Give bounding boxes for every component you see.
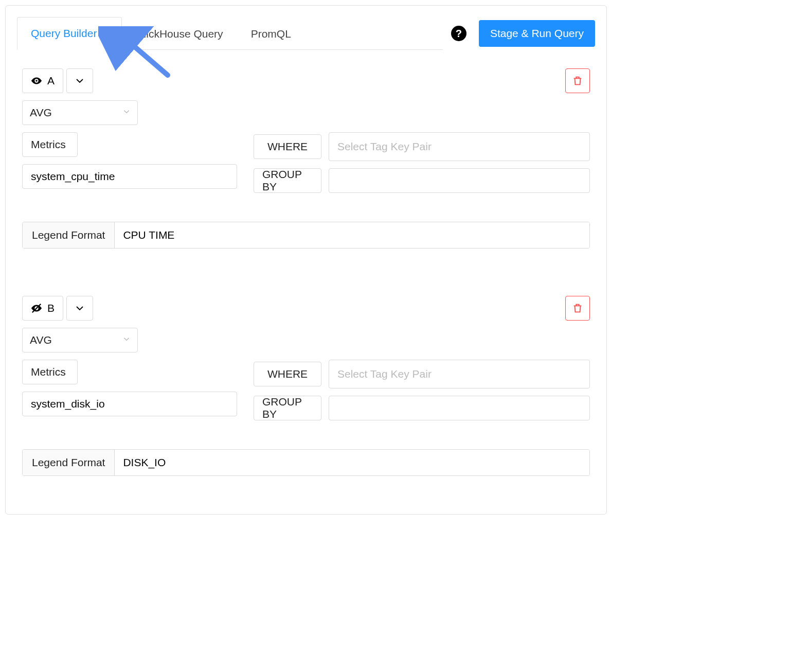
tab-label: PromQL: [251, 28, 291, 40]
legend-format-label: Legend Format: [23, 222, 115, 248]
trash-icon: [572, 303, 583, 314]
top-actions: ? Stage & Run Query: [451, 17, 595, 47]
aggregation-select[interactable]: AVG: [22, 100, 138, 125]
tab-query-builder[interactable]: Query Builder: [17, 17, 122, 50]
aggregation-value: AVG: [30, 107, 52, 119]
chevron-down-icon: [123, 108, 130, 117]
eye-off-icon: [31, 303, 42, 314]
tabs: Query Builder ClickHouse Query PromQL: [17, 17, 443, 50]
legend-format-input[interactable]: [115, 222, 589, 248]
tab-clickhouse-query[interactable]: ClickHouse Query: [122, 17, 237, 50]
chevron-down-icon: [75, 76, 84, 85]
collapse-button[interactable]: [66, 68, 93, 93]
query-block: A AVG: [22, 68, 590, 249]
tab-label: Query Builder: [31, 27, 97, 40]
chevron-down-icon: [123, 335, 130, 345]
where-input[interactable]: [329, 360, 590, 388]
eye-icon: [31, 75, 42, 86]
metric-input[interactable]: [22, 164, 237, 189]
where-input[interactable]: [329, 132, 590, 161]
where-label: WHERE: [254, 362, 321, 386]
help-icon[interactable]: ?: [451, 26, 466, 41]
groupby-input[interactable]: [329, 396, 590, 420]
tab-promql[interactable]: PromQL: [237, 17, 305, 50]
trash-icon: [572, 75, 583, 86]
legend-format-row: Legend Format: [22, 449, 590, 476]
metrics-label: Metrics: [22, 360, 78, 384]
legend-format-label: Legend Format: [23, 450, 115, 475]
aggregation-value: AVG: [30, 334, 52, 346]
chevron-down-icon: [75, 304, 84, 313]
tab-label: ClickHouse Query: [136, 28, 223, 40]
query-controls: A: [22, 68, 590, 93]
stage-run-query-button[interactable]: Stage & Run Query: [479, 20, 595, 47]
where-label: WHERE: [254, 134, 321, 159]
delete-query-button[interactable]: [565, 296, 590, 321]
unsaved-indicator-icon: [102, 30, 108, 37]
query-id: A: [47, 75, 55, 87]
collapse-button[interactable]: [66, 296, 93, 321]
query-id: B: [47, 302, 55, 314]
aggregation-select[interactable]: AVG: [22, 328, 138, 352]
svg-point-0: [35, 80, 38, 82]
query-builder-panel: Query Builder ClickHouse Query PromQL ? …: [5, 5, 607, 515]
toggle-visibility-button[interactable]: A: [22, 68, 63, 93]
groupby-input[interactable]: [329, 168, 590, 193]
metric-input[interactable]: [22, 392, 237, 416]
legend-format-row: Legend Format: [22, 222, 590, 249]
groupby-label: GROUP BY: [254, 396, 321, 420]
top-bar: Query Builder ClickHouse Query PromQL ? …: [6, 6, 606, 50]
toggle-visibility-button[interactable]: B: [22, 296, 63, 321]
delete-query-button[interactable]: [565, 68, 590, 93]
groupby-label: GROUP BY: [254, 168, 321, 193]
legend-format-input[interactable]: [115, 450, 589, 475]
query-controls: B: [22, 296, 590, 321]
metrics-label: Metrics: [22, 132, 78, 157]
query-block: B AVG: [22, 296, 590, 476]
queries-list: A AVG: [6, 50, 606, 476]
